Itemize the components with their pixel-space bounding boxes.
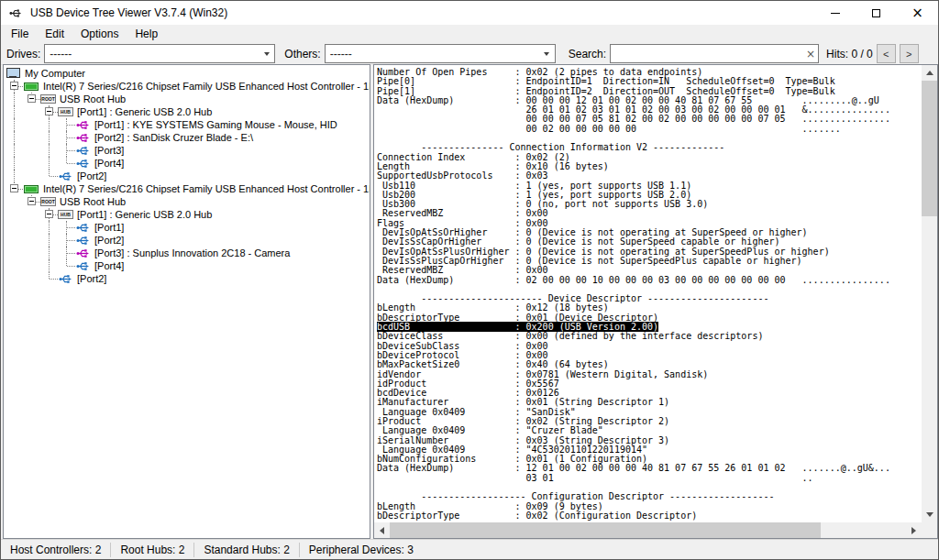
tree-item[interactable]: HUB[Port1] : Generic USB 2.0 Hub <box>6 105 370 118</box>
tree-item[interactable]: ROOTUSB Root Hub <box>6 93 370 105</box>
close-icon: × <box>911 6 923 20</box>
tree-guide <box>6 272 23 285</box>
tree-guide <box>6 234 23 247</box>
tree-item[interactable]: HUB[Port1] : Generic USB 2.0 Hub <box>6 208 370 221</box>
tree-guide <box>23 157 40 170</box>
scroll-up-button[interactable] <box>922 65 937 81</box>
tree-guide <box>23 221 40 234</box>
search-input[interactable] <box>611 46 803 61</box>
horizontal-scrollbar-thumb[interactable] <box>390 522 821 538</box>
vertical-scrollbar[interactable] <box>922 65 937 522</box>
tree-item[interactable]: [Port1] : KYE SYSTEMS Gaming Mouse - Mou… <box>6 118 370 131</box>
tree-item[interactable]: Intel(R) 7 Series/C216 Chipset Family US… <box>6 80 370 93</box>
scroll-right-button[interactable] <box>906 522 922 538</box>
tree-item[interactable]: [Port2] <box>6 272 370 285</box>
menu-file[interactable]: File <box>3 25 37 43</box>
tree-guide <box>40 247 58 259</box>
tree-item[interactable]: Intel(R) 7 Series/C216 Chipset Family US… <box>6 182 370 195</box>
tree-guide <box>40 118 58 131</box>
detail-line[interactable]: bDescriptorType : 0x02 (Configuration De… <box>377 511 922 521</box>
drives-label: Drives: <box>6 48 40 60</box>
tree-guide <box>40 208 58 221</box>
collapse-expander-icon[interactable] <box>10 184 18 192</box>
detail-line[interactable]: 03 01 .. <box>377 474 922 483</box>
menu-help[interactable]: Help <box>127 25 166 43</box>
scroll-down-button[interactable] <box>922 507 937 522</box>
collapse-expander-icon[interactable] <box>45 107 53 115</box>
menu-edit[interactable]: Edit <box>37 25 72 43</box>
usb-device-icon <box>75 131 91 144</box>
collapse-expander-icon[interactable] <box>28 197 36 205</box>
tree-item[interactable]: [Port4] <box>6 157 370 170</box>
arrow-right-icon <box>911 527 916 534</box>
drives-combobox[interactable]: ------ <box>44 44 275 63</box>
clear-search-icon[interactable]: × <box>803 48 818 60</box>
tree-item-label: [Port2] <box>91 235 124 246</box>
tree-item[interactable]: My Computer <box>6 67 370 80</box>
root-hub-icon: ROOT <box>40 197 56 206</box>
toolbar: Drives: ------ Others: ------ Search: × … <box>1 43 938 65</box>
search-label: Search: <box>569 48 606 60</box>
tree-item-label: [Port4] <box>91 158 124 169</box>
detail-line[interactable]: Data (HexDump) : 02 00 00 00 10 00 00 00… <box>377 276 922 285</box>
tree-guide <box>23 208 40 221</box>
tree-guide <box>23 118 40 131</box>
detail-line[interactable]: 00 02 00 00 00 00 00 ....... <box>377 125 922 134</box>
menu-options[interactable]: Options <box>72 25 127 43</box>
tree-item-label: USB Root Hub <box>56 196 126 207</box>
tree-item[interactable]: [Port2] <box>6 234 370 247</box>
tree-guide <box>6 170 23 182</box>
others-combobox-value: ------ <box>326 48 539 60</box>
tree: My ComputerIntel(R) 7 Series/C216 Chipse… <box>6 67 370 285</box>
usb-port-icon <box>75 234 91 247</box>
tree-guide <box>6 118 23 131</box>
collapse-expander-icon[interactable] <box>45 210 53 218</box>
detail-panel: Number Of Open Pipes : 0x02 (2 pipes to … <box>373 64 938 539</box>
tree-item-label: [Port1] : Generic USB 2.0 Hub <box>73 106 212 117</box>
app-icon <box>8 5 23 20</box>
tree-item-label: [Port2] <box>73 273 106 284</box>
collapse-expander-icon[interactable] <box>10 82 18 90</box>
collapse-expander-icon[interactable] <box>28 94 36 103</box>
tree-guide <box>23 93 40 105</box>
tree-guide <box>40 131 58 144</box>
status-segment: Peripheral Devices: 3 <box>300 543 423 557</box>
tree-item[interactable]: [Port1] <box>6 221 370 234</box>
tree-item-label: [Port3] : Sunplus Innovation 2C18 - Came… <box>91 247 290 258</box>
tree-guide <box>6 131 23 144</box>
maximize-button[interactable] <box>856 1 897 25</box>
app-window: USB Device Tree Viewer V3.7.4 (Win32) × … <box>0 0 939 560</box>
tree-item[interactable]: [Port3] <box>6 144 370 157</box>
tree-item[interactable]: [Port3] : Sunplus Innovation 2C18 - Came… <box>6 247 370 259</box>
scroll-left-button[interactable] <box>374 522 390 538</box>
tree-guide <box>23 272 40 285</box>
tree-item[interactable]: [Port2] : SanDisk Cruzer Blade - E:\ <box>6 131 370 144</box>
hub-icon: HUB <box>58 107 73 116</box>
status-segment: Standard Hubs: 2 <box>194 543 299 557</box>
usb-port-icon <box>75 144 91 157</box>
tree-item[interactable]: ROOTUSB Root Hub <box>6 195 370 208</box>
arrow-left-icon <box>380 527 384 534</box>
menu-bar: FileEditOptionsHelp <box>1 25 938 43</box>
vertical-scrollbar-thumb[interactable] <box>922 81 937 216</box>
detail-lines: Number Of Open Pipes : 0x02 (2 pipes to … <box>374 65 922 522</box>
tree-guide <box>23 105 40 118</box>
previous-hit-button[interactable]: < <box>877 44 896 63</box>
tree-guide <box>23 131 40 144</box>
tree-guide <box>6 105 23 118</box>
tree-item[interactable]: [Port4] <box>6 259 370 272</box>
close-button[interactable]: × <box>897 1 938 25</box>
arrow-down-icon <box>926 512 933 517</box>
tree-item[interactable]: [Port2] <box>6 170 370 182</box>
tree-guide <box>40 234 58 247</box>
next-hit-button[interactable]: > <box>900 44 919 63</box>
usb-port-icon <box>75 259 91 272</box>
minimize-button[interactable] <box>814 1 856 25</box>
drives-combobox-value: ------ <box>45 48 259 60</box>
horizontal-scrollbar[interactable] <box>374 522 922 538</box>
others-combobox[interactable]: ------ <box>325 44 556 63</box>
usb-device-icon <box>75 247 91 259</box>
usb-port-icon <box>58 170 73 182</box>
hits-counter: Hits: 0 / 0 <box>826 48 873 60</box>
tree-guide <box>6 93 23 105</box>
